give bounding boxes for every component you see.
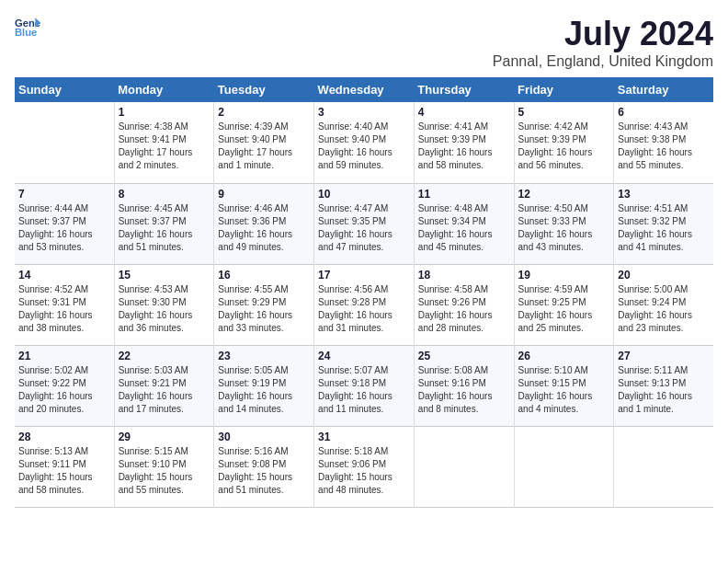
svg-text:Blue: Blue — [15, 27, 37, 38]
week-row-5: 28Sunrise: 5:13 AM Sunset: 9:11 PM Dayli… — [15, 426, 713, 507]
title-block: July 2024 Pannal, England, United Kingdo… — [493, 15, 713, 70]
calendar-cell: 5Sunrise: 4:42 AM Sunset: 9:39 PM Daylig… — [514, 102, 614, 183]
calendar-cell: 17Sunrise: 4:56 AM Sunset: 9:28 PM Dayli… — [314, 264, 415, 345]
weekday-header-thursday: Thursday — [414, 77, 514, 102]
calendar-cell: 7Sunrise: 4:44 AM Sunset: 9:37 PM Daylig… — [15, 183, 114, 264]
day-info: Sunrise: 5:02 AM Sunset: 9:22 PM Dayligh… — [18, 364, 110, 416]
day-number: 27 — [618, 350, 710, 362]
day-number: 8 — [119, 188, 210, 201]
calendar-cell: 22Sunrise: 5:03 AM Sunset: 9:21 PM Dayli… — [114, 345, 214, 426]
calendar-cell — [15, 102, 114, 183]
day-number: 4 — [418, 106, 510, 119]
calendar-cell: 28Sunrise: 5:13 AM Sunset: 9:11 PM Dayli… — [15, 426, 114, 507]
weekday-header-saturday: Saturday — [614, 77, 713, 102]
calendar-cell: 14Sunrise: 4:52 AM Sunset: 9:31 PM Dayli… — [15, 264, 114, 345]
day-info: Sunrise: 5:10 AM Sunset: 9:15 PM Dayligh… — [518, 364, 610, 416]
calendar-cell: 23Sunrise: 5:05 AM Sunset: 9:19 PM Dayli… — [214, 345, 314, 426]
day-info: Sunrise: 5:00 AM Sunset: 9:24 PM Dayligh… — [618, 283, 710, 335]
subtitle: Pannal, England, United Kingdom — [493, 53, 713, 70]
day-info: Sunrise: 4:42 AM Sunset: 9:39 PM Dayligh… — [518, 121, 610, 172]
weekday-header-wednesday: Wednesday — [314, 77, 415, 102]
day-number: 30 — [218, 431, 310, 443]
day-info: Sunrise: 5:05 AM Sunset: 9:19 PM Dayligh… — [218, 364, 310, 416]
calendar-cell: 8Sunrise: 4:45 AM Sunset: 9:37 PM Daylig… — [114, 183, 214, 264]
day-info: Sunrise: 4:38 AM Sunset: 9:41 PM Dayligh… — [119, 121, 210, 172]
day-info: Sunrise: 4:50 AM Sunset: 9:33 PM Dayligh… — [518, 202, 610, 254]
day-info: Sunrise: 4:44 AM Sunset: 9:37 PM Dayligh… — [18, 202, 110, 254]
calendar-cell — [414, 426, 514, 507]
day-number: 7 — [18, 188, 110, 201]
day-number: 25 — [418, 350, 510, 362]
day-number: 6 — [618, 106, 710, 119]
day-info: Sunrise: 5:07 AM Sunset: 9:18 PM Dayligh… — [318, 364, 410, 416]
day-number: 17 — [318, 269, 410, 282]
weekday-header-sunday: Sunday — [15, 77, 114, 102]
day-number: 13 — [618, 188, 710, 201]
calendar-cell: 12Sunrise: 4:50 AM Sunset: 9:33 PM Dayli… — [514, 183, 614, 264]
day-info: Sunrise: 4:58 AM Sunset: 9:26 PM Dayligh… — [418, 283, 510, 335]
day-number: 28 — [18, 431, 110, 443]
calendar-cell — [514, 426, 614, 507]
weekday-header-monday: Monday — [114, 77, 214, 102]
calendar-cell: 29Sunrise: 5:15 AM Sunset: 9:10 PM Dayli… — [114, 426, 214, 507]
calendar-cell: 21Sunrise: 5:02 AM Sunset: 9:22 PM Dayli… — [15, 345, 114, 426]
day-number: 11 — [418, 188, 510, 201]
logo-icon: General Blue — [15, 15, 40, 40]
calendar-cell: 27Sunrise: 5:11 AM Sunset: 9:13 PM Dayli… — [614, 345, 713, 426]
header-row: SundayMondayTuesdayWednesdayThursdayFrid… — [15, 77, 713, 102]
week-row-1: 1Sunrise: 4:38 AM Sunset: 9:41 PM Daylig… — [15, 102, 713, 183]
day-number: 2 — [218, 106, 310, 119]
day-info: Sunrise: 4:47 AM Sunset: 9:35 PM Dayligh… — [318, 202, 410, 254]
day-number: 20 — [618, 269, 710, 282]
calendar-cell: 9Sunrise: 4:46 AM Sunset: 9:36 PM Daylig… — [214, 183, 314, 264]
day-info: Sunrise: 4:55 AM Sunset: 9:29 PM Dayligh… — [218, 283, 310, 335]
day-info: Sunrise: 4:51 AM Sunset: 9:32 PM Dayligh… — [618, 202, 710, 254]
logo: General Blue — [15, 15, 40, 40]
day-info: Sunrise: 4:40 AM Sunset: 9:40 PM Dayligh… — [318, 121, 410, 172]
day-number: 22 — [119, 350, 210, 362]
weekday-header-friday: Friday — [514, 77, 614, 102]
day-info: Sunrise: 5:16 AM Sunset: 9:08 PM Dayligh… — [218, 445, 310, 497]
day-info: Sunrise: 4:45 AM Sunset: 9:37 PM Dayligh… — [119, 202, 210, 254]
calendar-cell — [614, 426, 713, 507]
calendar-cell: 25Sunrise: 5:08 AM Sunset: 9:16 PM Dayli… — [414, 345, 514, 426]
day-number: 12 — [518, 188, 610, 201]
week-row-4: 21Sunrise: 5:02 AM Sunset: 9:22 PM Dayli… — [15, 345, 713, 426]
week-row-2: 7Sunrise: 4:44 AM Sunset: 9:37 PM Daylig… — [15, 183, 713, 264]
week-row-3: 14Sunrise: 4:52 AM Sunset: 9:31 PM Dayli… — [15, 264, 713, 345]
day-number: 9 — [218, 188, 310, 201]
day-info: Sunrise: 4:59 AM Sunset: 9:25 PM Dayligh… — [518, 283, 610, 335]
main-title: July 2024 — [493, 15, 713, 53]
day-number: 1 — [119, 106, 210, 119]
day-number: 16 — [218, 269, 310, 282]
day-number: 10 — [318, 188, 410, 201]
day-info: Sunrise: 4:46 AM Sunset: 9:36 PM Dayligh… — [218, 202, 310, 254]
day-info: Sunrise: 4:43 AM Sunset: 9:38 PM Dayligh… — [618, 121, 710, 172]
calendar-table: SundayMondayTuesdayWednesdayThursdayFrid… — [15, 77, 713, 508]
calendar-cell: 30Sunrise: 5:16 AM Sunset: 9:08 PM Dayli… — [214, 426, 314, 507]
day-number: 31 — [318, 431, 410, 443]
calendar-cell: 15Sunrise: 4:53 AM Sunset: 9:30 PM Dayli… — [114, 264, 214, 345]
calendar-cell: 11Sunrise: 4:48 AM Sunset: 9:34 PM Dayli… — [414, 183, 514, 264]
calendar-cell: 3Sunrise: 4:40 AM Sunset: 9:40 PM Daylig… — [314, 102, 415, 183]
calendar-cell: 2Sunrise: 4:39 AM Sunset: 9:40 PM Daylig… — [214, 102, 314, 183]
calendar-cell: 13Sunrise: 4:51 AM Sunset: 9:32 PM Dayli… — [614, 183, 713, 264]
calendar-cell: 26Sunrise: 5:10 AM Sunset: 9:15 PM Dayli… — [514, 345, 614, 426]
day-info: Sunrise: 5:08 AM Sunset: 9:16 PM Dayligh… — [418, 364, 510, 416]
calendar-cell: 4Sunrise: 4:41 AM Sunset: 9:39 PM Daylig… — [414, 102, 514, 183]
day-number: 5 — [518, 106, 610, 119]
day-number: 15 — [119, 269, 210, 282]
day-number: 14 — [18, 269, 110, 282]
day-info: Sunrise: 4:39 AM Sunset: 9:40 PM Dayligh… — [218, 121, 310, 172]
calendar-cell: 24Sunrise: 5:07 AM Sunset: 9:18 PM Dayli… — [314, 345, 415, 426]
day-number: 19 — [518, 269, 610, 282]
calendar-cell: 18Sunrise: 4:58 AM Sunset: 9:26 PM Dayli… — [414, 264, 514, 345]
calendar-cell: 1Sunrise: 4:38 AM Sunset: 9:41 PM Daylig… — [114, 102, 214, 183]
day-number: 24 — [318, 350, 410, 362]
day-number: 18 — [418, 269, 510, 282]
calendar-cell: 19Sunrise: 4:59 AM Sunset: 9:25 PM Dayli… — [514, 264, 614, 345]
day-info: Sunrise: 4:41 AM Sunset: 9:39 PM Dayligh… — [418, 121, 510, 172]
day-info: Sunrise: 5:18 AM Sunset: 9:06 PM Dayligh… — [318, 445, 410, 497]
day-info: Sunrise: 4:56 AM Sunset: 9:28 PM Dayligh… — [318, 283, 410, 335]
day-info: Sunrise: 4:52 AM Sunset: 9:31 PM Dayligh… — [18, 283, 110, 335]
